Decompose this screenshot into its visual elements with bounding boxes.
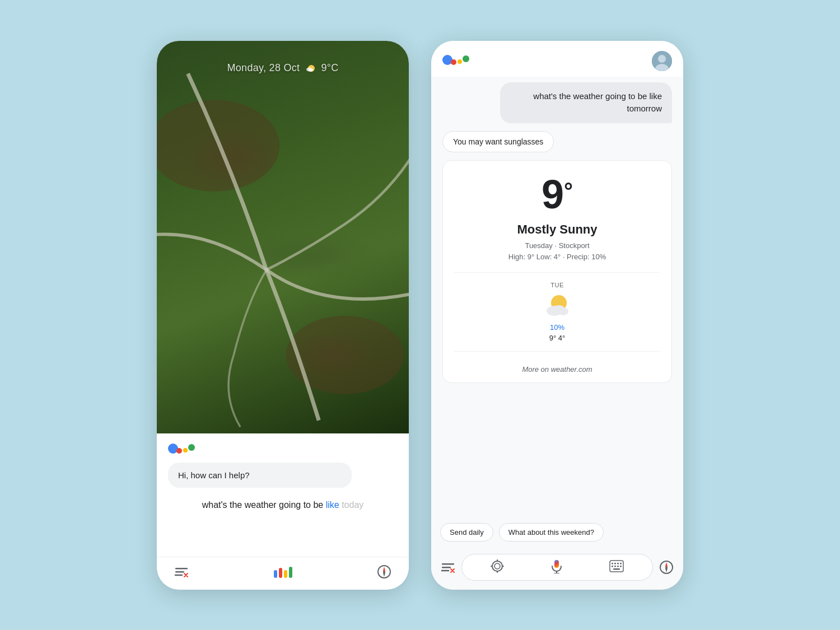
weather-sub-info: Tuesday · Stockport High: 9° Low: 4° · P… — [508, 240, 606, 264]
temp-text: 9°C — [321, 62, 338, 74]
bar-blue — [274, 570, 277, 578]
svg-rect-37 — [613, 568, 620, 570]
svg-rect-31 — [617, 563, 619, 564]
assistant-pill: You may want sunglasses — [442, 131, 554, 152]
logo-dot-green — [188, 444, 195, 451]
assistant-pill-text: You may want sunglasses — [453, 137, 543, 146]
suggestion-chip-2[interactable]: What about this weekend? — [499, 523, 604, 542]
chat-area: what's the weather going to be like tomo… — [431, 77, 683, 516]
deg-symbol: ° — [564, 180, 573, 202]
temp-value: 9 — [542, 174, 564, 214]
right-phone: what's the weather going to be like tomo… — [431, 41, 683, 590]
weather-card: 9° Mostly Sunny Tuesday · Stockport High… — [442, 160, 672, 384]
bar-red — [279, 568, 282, 578]
svg-rect-17 — [442, 563, 454, 565]
svg-rect-32 — [620, 563, 622, 564]
weather-icon-small — [304, 62, 316, 74]
temp-range: 9° 4° — [549, 334, 566, 342]
temperature-display: 9° — [542, 174, 573, 214]
svg-point-4 — [309, 68, 313, 72]
compass-icon[interactable] — [376, 564, 392, 580]
forecast-day-label: TUE — [550, 282, 564, 288]
svg-rect-30 — [614, 563, 616, 564]
notification-icon[interactable] — [174, 564, 189, 580]
greeting-text: Hi, how can I help? — [178, 470, 250, 480]
map-date: Monday, 28 Oct 9°C — [157, 62, 409, 74]
left-bottom-panel: Hi, how can I help? what's the weather g… — [157, 433, 409, 557]
notification-icon-right[interactable] — [440, 559, 456, 575]
weather-details: High: 9° Low: 4° · Precip: 10% — [508, 253, 606, 261]
svg-rect-29 — [612, 563, 613, 564]
svg-point-10 — [658, 55, 666, 63]
suggestion-2-text: What about this weekend? — [508, 528, 594, 536]
mic-button[interactable] — [549, 559, 564, 576]
svg-point-1 — [286, 315, 404, 394]
user-message-bubble: what's the weather going to be like tomo… — [500, 82, 673, 123]
logo-dot-green-r — [463, 55, 469, 62]
suggestion-1-text: Send daily — [450, 528, 484, 536]
right-bottom-bar — [431, 548, 683, 590]
svg-rect-6 — [175, 571, 184, 573]
logo-dot-yellow — [183, 448, 188, 452]
logo-dot-red — [176, 448, 182, 454]
typing-faded: today — [342, 500, 363, 510]
temp-high: 9° — [549, 334, 556, 342]
forecast-sun-icon — [542, 291, 572, 321]
card-divider — [454, 272, 660, 273]
svg-rect-36 — [620, 566, 622, 567]
suggestion-chip-1[interactable]: Send daily — [440, 523, 493, 542]
svg-rect-33 — [612, 566, 613, 567]
assistant-logo-right — [442, 55, 469, 65]
typing-normal: what's the weather going to be — [202, 500, 324, 510]
right-header — [431, 41, 683, 77]
suggestions-bar: Send daily What about this weekend? — [431, 516, 683, 548]
svg-point-19 — [492, 561, 502, 571]
svg-rect-25 — [554, 560, 559, 568]
user-message-text: what's the weather going to be like tomo… — [533, 91, 662, 114]
user-avatar[interactable] — [652, 51, 672, 71]
weather-more-link[interactable]: More on weather.com — [522, 365, 592, 374]
assistant-logo — [168, 444, 398, 454]
input-pill — [461, 554, 653, 581]
svg-point-20 — [494, 563, 500, 569]
date-text: Monday, 28 Oct — [227, 62, 300, 74]
google-colors-bars — [274, 566, 292, 578]
card-divider-2 — [454, 351, 660, 352]
bar-yellow — [284, 570, 287, 578]
svg-rect-34 — [614, 566, 616, 567]
logo-dot-yellow-r — [458, 59, 462, 64]
typing-highlight: like — [326, 500, 339, 510]
left-phone: Monday, 28 Oct 9°C Hi, how can I help? w… — [157, 41, 409, 590]
left-bottom-bar — [157, 557, 409, 590]
greeting-bubble: Hi, how can I help? — [168, 463, 352, 488]
logo-dot-red-r — [451, 59, 456, 65]
svg-rect-16 — [549, 310, 566, 315]
day-location: Tuesday · Stockport — [525, 241, 589, 250]
lens-button[interactable] — [491, 559, 504, 575]
keyboard-button[interactable] — [609, 560, 624, 575]
svg-rect-35 — [617, 566, 619, 567]
svg-rect-18 — [442, 567, 451, 568]
typing-area: what's the weather going to be like toda… — [168, 494, 398, 514]
map-roads — [157, 41, 409, 433]
compass-icon-right[interactable] — [659, 559, 674, 575]
svg-rect-5 — [175, 568, 188, 570]
temp-low: 4° — [558, 334, 565, 342]
map-area: Monday, 28 Oct 9°C — [157, 41, 409, 433]
bar-green — [289, 567, 292, 578]
precip-percent: 10% — [550, 323, 564, 332]
day-forecast: TUE 10% 9° 4° — [531, 282, 584, 342]
weather-condition: Mostly Sunny — [517, 222, 597, 237]
